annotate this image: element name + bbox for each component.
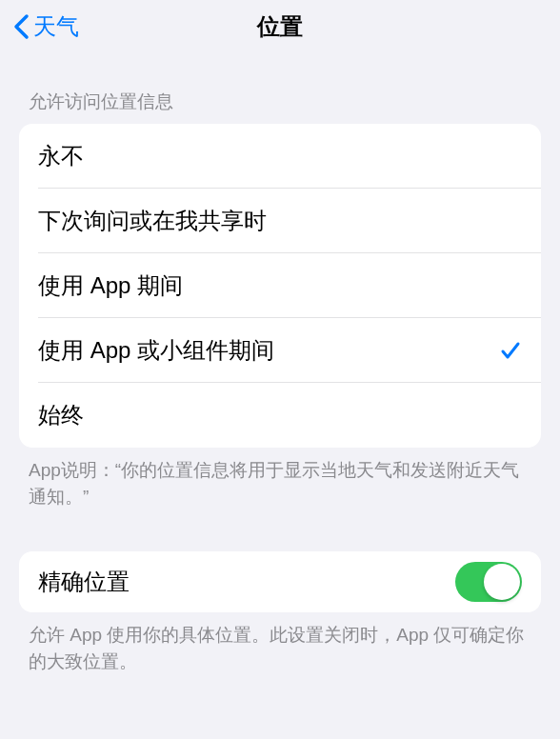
checkmark-icon [499,339,522,362]
option-label: 使用 App 或小组件期间 [38,335,274,366]
chevron-left-icon [13,13,30,40]
option-while-using-or-widgets[interactable]: 使用 App 或小组件期间 [19,318,541,383]
back-button[interactable]: 天气 [8,8,85,46]
precise-location-row[interactable]: 精确位置 [19,551,541,612]
location-access-group: 永不 下次询问或在我共享时 使用 App 期间 使用 App 或小组件期间 始终 [19,124,541,448]
option-label: 永不 [38,141,84,171]
section-footer-app-description: App说明：“你的位置信息将用于显示当地天气和发送附近天气通知。” [0,448,560,509]
spacer [0,509,560,551]
page-title: 位置 [257,11,303,42]
switch-knob [484,564,520,600]
navigation-bar: 天气 位置 [0,0,560,53]
option-always[interactable]: 始终 [19,383,541,448]
content-area: 允许访问位置信息 永不 下次询问或在我共享时 使用 App 期间 使用 App … [0,53,560,674]
section-footer-precise: 允许 App 使用你的具体位置。此设置关闭时，App 仅可确定你的大致位置。 [0,612,560,674]
option-label: 始终 [38,400,84,430]
precise-location-toggle[interactable] [455,562,522,602]
option-while-using[interactable]: 使用 App 期间 [19,253,541,318]
section-header-access: 允许访问位置信息 [0,90,560,124]
option-label: 下次询问或在我共享时 [38,206,267,236]
option-never[interactable]: 永不 [19,124,541,189]
option-ask-next-time[interactable]: 下次询问或在我共享时 [19,189,541,253]
back-label: 天气 [33,11,79,42]
precise-location-group: 精确位置 [19,551,541,612]
precise-location-label: 精确位置 [38,567,130,597]
option-label: 使用 App 期间 [38,270,183,301]
